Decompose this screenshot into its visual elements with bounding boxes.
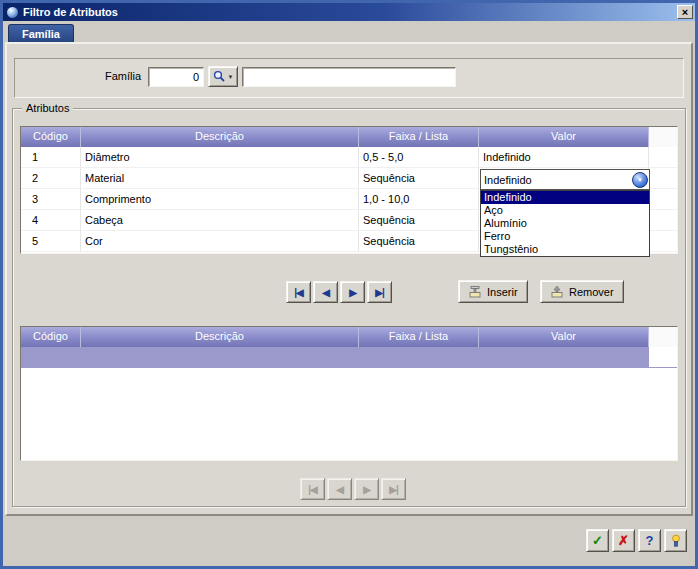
nav-last-button-disabled: ▶|: [381, 478, 406, 500]
check-icon: ✓: [592, 533, 603, 548]
familia-name-input[interactable]: [242, 67, 456, 87]
last-record-icon: ▶|: [375, 287, 384, 298]
resultado-table: Código Descrição Faixa / Lista Valor: [20, 326, 678, 461]
dropdown-option[interactable]: Ferro: [481, 230, 649, 243]
column-header-faixa: Faixa / Lista: [359, 327, 479, 347]
previous-record-icon: ◀: [336, 484, 343, 495]
atributos-table: Código Descrição Faixa / Lista Valor 1 D…: [20, 126, 678, 254]
dialog-content: Família Família ▼ Atributos Código Descr…: [3, 21, 695, 566]
inserir-label: Inserir: [487, 286, 518, 298]
cross-icon: ✗: [618, 533, 629, 548]
nav-prev-button[interactable]: ◀: [313, 281, 338, 303]
valor-dropdown-list: Indefinido Aço Alumínio Ferro Tungstênio: [480, 190, 650, 257]
column-header-valor: Valor: [479, 127, 649, 147]
tab-familia[interactable]: Família: [8, 24, 74, 43]
next-record-icon: ▶: [363, 484, 370, 495]
column-header-faixa: Faixa / Lista: [359, 127, 479, 147]
atributos-table-header: Código Descrição Faixa / Lista Valor: [21, 127, 677, 147]
column-header-descricao: Descrição: [81, 327, 359, 347]
last-record-icon: ▶|: [389, 484, 398, 495]
remover-button[interactable]: Remover: [540, 280, 624, 303]
search-caret-icon: ▼: [228, 74, 234, 80]
combobox-dropdown-button[interactable]: ▼: [632, 172, 648, 188]
column-header-filler: [649, 327, 677, 347]
table-row[interactable]: 1 Diâmetro 0,5 - 5,0 Indefinido: [21, 147, 677, 168]
lamp-button[interactable]: [664, 529, 687, 552]
column-header-codigo: Código: [21, 127, 81, 147]
familia-search-button[interactable]: ▼: [208, 66, 238, 87]
dialog-window: Filtro de Atributos × Família Família ▼ …: [0, 0, 698, 569]
atributos-group-label: Atributos: [22, 102, 73, 114]
help-button[interactable]: ?: [638, 529, 661, 552]
column-header-descricao: Descrição: [81, 127, 359, 147]
close-button[interactable]: ×: [677, 5, 693, 19]
familia-label: Família: [39, 70, 141, 82]
remover-icon: [550, 285, 564, 299]
ok-button[interactable]: ✓: [586, 529, 609, 552]
search-icon: [213, 70, 226, 83]
column-header-filler: [649, 127, 677, 147]
chevron-down-icon: ▼: [637, 177, 643, 183]
titlebar[interactable]: Filtro de Atributos ×: [3, 3, 695, 21]
remover-label: Remover: [569, 286, 614, 298]
combobox-value: Indefinido: [481, 174, 631, 186]
dropdown-option[interactable]: Indefinido: [481, 191, 649, 204]
app-icon: [6, 6, 19, 19]
dropdown-option[interactable]: Tungstênio: [481, 243, 649, 256]
nav-prev-button-disabled: ◀: [327, 478, 352, 500]
inserir-icon: [468, 285, 482, 299]
help-icon: ?: [646, 533, 654, 548]
nav-last-button[interactable]: ▶|: [367, 281, 392, 303]
inserir-button[interactable]: Inserir: [458, 280, 528, 303]
first-record-icon: |◀: [308, 484, 317, 495]
next-record-icon: ▶: [349, 287, 356, 298]
resultado-table-header: Código Descrição Faixa / Lista Valor: [21, 327, 677, 347]
nav-first-button[interactable]: |◀: [286, 281, 311, 303]
nav-next-button[interactable]: ▶: [340, 281, 365, 303]
column-header-valor: Valor: [479, 327, 649, 347]
previous-record-icon: ◀: [322, 287, 329, 298]
dropdown-option[interactable]: Aço: [481, 204, 649, 217]
first-record-icon: |◀: [294, 287, 303, 298]
cancel-button[interactable]: ✗: [612, 529, 635, 552]
nav-first-button-disabled: |◀: [300, 478, 325, 500]
dropdown-option[interactable]: Alumínio: [481, 217, 649, 230]
window-title: Filtro de Atributos: [23, 6, 677, 18]
column-header-codigo: Código: [21, 327, 81, 347]
lamp-icon: [669, 534, 683, 548]
nav-next-button-disabled: ▶: [354, 478, 379, 500]
selected-empty-row[interactable]: [21, 347, 677, 368]
valor-combobox[interactable]: Indefinido ▼: [480, 169, 650, 190]
familia-code-input[interactable]: [148, 67, 204, 87]
